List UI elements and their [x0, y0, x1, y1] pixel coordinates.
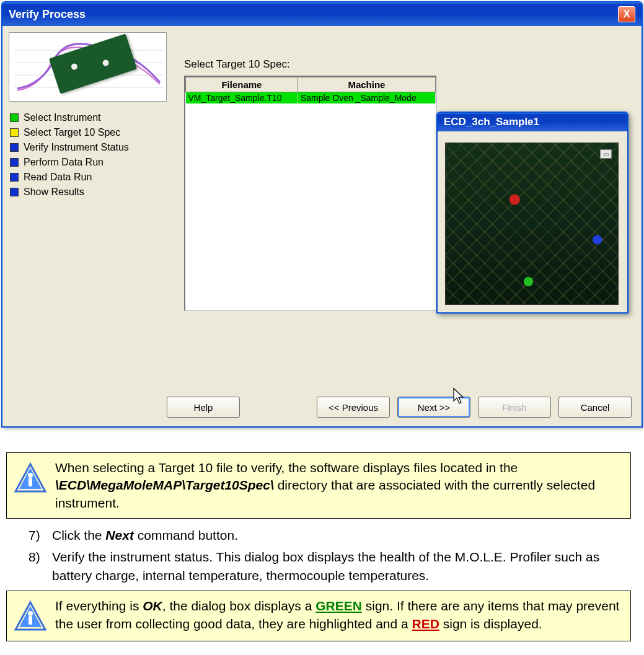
wizard-step: Read Data Run	[9, 170, 167, 185]
help-button[interactable]: Help	[167, 397, 240, 418]
previous-button[interactable]: << Previous	[317, 397, 390, 418]
svg-rect-7	[29, 478, 32, 486]
step-status-icon	[10, 113, 19, 122]
wizard-step: Verify Instrument Status	[9, 140, 167, 155]
wizard-step: Perform Data Run	[9, 155, 167, 170]
finish-button: Finish	[478, 397, 551, 418]
step-text-part: command button.	[134, 528, 238, 542]
column-header-filename[interactable]: Filename	[186, 77, 298, 92]
step-label: Read Data Run	[24, 172, 92, 183]
note-text: When selecting a Target 10 file to verif…	[55, 459, 622, 512]
note-ok-word: OK	[143, 599, 162, 613]
step-label: Select Instrument	[24, 112, 101, 123]
step-number: 7)	[29, 526, 46, 544]
step-label: Verify Instrument Status	[24, 142, 129, 153]
pcb-label-icon: ▭	[600, 149, 612, 159]
instruction-step-8: 8) Verify the instrument status. This di…	[29, 548, 631, 584]
svg-point-6	[28, 473, 33, 478]
note-text-part: If everything is	[55, 599, 143, 613]
cell-filename: VM_Target_Sample.T10	[186, 92, 298, 104]
step-label: Perform Data Run	[24, 157, 104, 168]
note-text-part: , the dialog box displays a	[162, 599, 316, 613]
cell-machine: Sample Oven _Sample_Mode	[298, 92, 435, 104]
info-icon	[13, 600, 48, 635]
window-body: Select Instrument Select Target 10 Spec …	[2, 26, 642, 385]
cancel-button[interactable]: Cancel	[558, 397, 632, 418]
step-text: Verify the instrument status. This dialo…	[52, 548, 631, 584]
note-red-word: RED	[412, 617, 439, 631]
preview-title: ECD_3ch_Sample1	[444, 116, 539, 128]
step-status-icon	[10, 143, 19, 152]
step-status-icon	[10, 158, 19, 167]
info-note: When selecting a Target 10 file to verif…	[6, 452, 631, 519]
wizard-step: Select Target 10 Spec	[9, 125, 167, 140]
step-next-word: Next	[105, 528, 134, 542]
column-header-machine[interactable]: Machine	[298, 77, 435, 92]
info-icon	[13, 462, 48, 496]
step-text: Click the Next command button.	[52, 526, 238, 544]
pcb-preview-image: ▭	[445, 143, 619, 305]
target-spec-table[interactable]: Filename Machine VM_Target_Sample.T10 Sa…	[184, 76, 437, 311]
verify-process-window: Verify Process X Select Instrument Selec…	[1, 1, 643, 428]
note-path: \ECD\MegaMoleMAP\Target10Spec\	[55, 478, 274, 492]
preview-titlebar[interactable]: ECD_3ch_Sample1	[438, 113, 627, 131]
table-row[interactable]: VM_Target_Sample.T10 Sample Oven _Sample…	[186, 92, 436, 104]
close-button[interactable]: X	[618, 6, 635, 22]
next-button[interactable]: Next >>	[397, 397, 470, 418]
wizard-button-row: Help << Previous Next >> Finish Cancel	[2, 385, 642, 426]
step-status-icon	[10, 188, 19, 196]
note-text: If everything is OK, the dialog box disp…	[55, 597, 622, 633]
step-label: Show Results	[24, 187, 84, 198]
document-section: When selecting a Target 10 file to verif…	[6, 452, 631, 641]
step-text-part: Click the	[52, 528, 105, 542]
step-number: 8)	[29, 548, 46, 584]
sample-preview-window[interactable]: ECD_3ch_Sample1 ▭	[436, 112, 629, 314]
instruction-step-7: 7) Click the Next command button.	[29, 526, 631, 544]
note-text-part: When selecting a Target 10 file to verif…	[55, 460, 518, 475]
wizard-step: Show Results	[9, 185, 167, 200]
preview-body: ▭	[438, 131, 627, 312]
window-title: Verify Process	[9, 8, 86, 21]
titlebar[interactable]: Verify Process X	[2, 2, 642, 26]
note-text-part: sign is displayed.	[439, 617, 542, 631]
svg-rect-11	[29, 616, 32, 625]
wizard-step: Select Instrument	[9, 110, 167, 125]
select-target-label: Select Target 10 Spec:	[184, 58, 635, 71]
wizard-thumbnail	[9, 32, 167, 102]
step-status-icon	[10, 128, 19, 137]
info-note: If everything is OK, the dialog box disp…	[6, 591, 631, 641]
svg-point-10	[28, 611, 33, 616]
wizard-sidebar: Select Instrument Select Target 10 Spec …	[9, 32, 167, 379]
wizard-steps-list: Select Instrument Select Target 10 Spec …	[9, 110, 167, 200]
step-status-icon	[10, 173, 19, 182]
step-label: Select Target 10 Spec	[24, 127, 120, 138]
note-green-word: GREEN	[315, 599, 362, 613]
close-icon: X	[624, 9, 630, 20]
